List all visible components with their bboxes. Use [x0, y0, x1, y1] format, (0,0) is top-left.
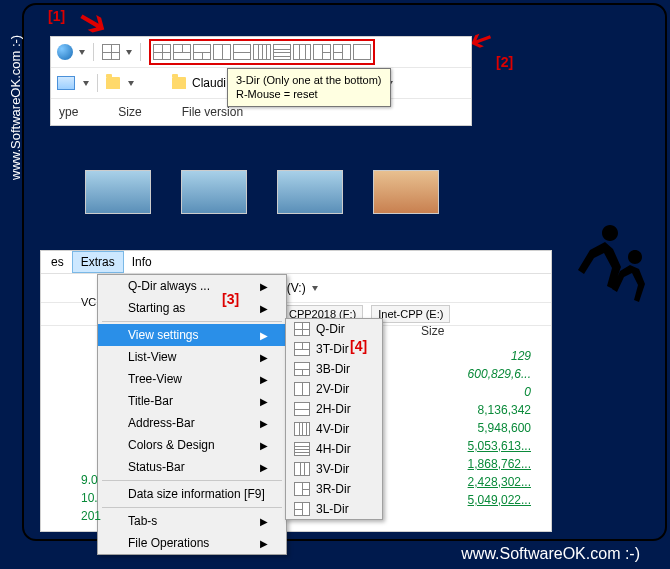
caret-icon[interactable] — [312, 286, 318, 291]
folder-icon — [106, 77, 120, 89]
thumbnail[interactable] — [277, 170, 343, 214]
caret-icon[interactable] — [83, 81, 89, 86]
layout-2v-icon[interactable] — [213, 44, 231, 60]
thumbnail[interactable] — [181, 170, 247, 214]
watermark-left: www.SoftwareOK.com :-) — [8, 35, 23, 180]
tooltip: 3-Dir (Only one at the bottom) R-Mouse =… — [227, 68, 391, 107]
layout-3b-icon[interactable] — [193, 44, 211, 60]
view-settings-submenu: Q-Dir 3T-Dir 3B-Dir 2V-Dir 2H-Dir 4V-Dir… — [285, 318, 383, 520]
submenu-2v[interactable]: 2V-Dir — [286, 379, 382, 399]
layout-1-icon[interactable] — [353, 44, 371, 60]
menu-separator — [102, 507, 282, 508]
drive-tab[interactable]: Inet-CPP (E:) — [371, 305, 450, 323]
value: 10. — [81, 489, 101, 507]
layout-qdir-icon[interactable] — [153, 44, 171, 60]
monitor-icon[interactable] — [57, 76, 75, 90]
submenu-4h[interactable]: 4H-Dir — [286, 439, 382, 459]
submenu-qdir[interactable]: Q-Dir — [286, 319, 382, 339]
extras-dropdown: Q-Dir always ...▶ Starting as▶ View sett… — [97, 274, 287, 555]
size-column: 129 600,829,6... 0 8,136,342 5,948,600 5… — [391, 347, 531, 509]
annotation-3: [3] — [222, 291, 239, 307]
submenu-3v[interactable]: 3V-Dir — [286, 459, 382, 479]
submenu-4v[interactable]: 4V-Dir — [286, 419, 382, 439]
size-value: 5,049,022... — [391, 491, 531, 509]
globe-icon[interactable] — [57, 44, 73, 60]
col-size[interactable]: Size — [118, 105, 141, 119]
submenu-3t[interactable]: 3T-Dir — [286, 339, 382, 359]
menu-extras[interactable]: Extras — [72, 251, 124, 273]
menu-qdir-always[interactable]: Q-Dir always ...▶ — [98, 275, 286, 297]
menu-title-bar[interactable]: Title-Bar▶ — [98, 390, 286, 412]
tooltip-line: 3-Dir (Only one at the bottom) — [236, 73, 382, 87]
annotation-2: [2] — [496, 54, 513, 70]
tooltip-line: R-Mouse = reset — [236, 87, 382, 101]
annotation-1: [1] — [48, 8, 65, 24]
layout-2h-icon[interactable] — [233, 44, 251, 60]
menu-starting-as[interactable]: Starting as▶ — [98, 297, 286, 319]
menu-file-operations[interactable]: File Operations▶ — [98, 532, 286, 554]
layout-4v-icon[interactable] — [253, 44, 271, 60]
caret-icon[interactable] — [128, 81, 134, 86]
climber-silhouette-icon — [550, 220, 660, 320]
menu-separator — [102, 321, 282, 322]
caret-icon[interactable] — [79, 50, 85, 55]
thumbnail[interactable] — [85, 170, 151, 214]
annotation-4: [4] — [350, 338, 367, 354]
menu-data-size[interactable]: Data size information [F9] — [98, 483, 286, 505]
separator — [93, 43, 94, 61]
menu-info[interactable]: Info — [124, 252, 160, 272]
menu-colors-design[interactable]: Colors & Design▶ — [98, 434, 286, 456]
menu-tabs[interactable]: Tab-s▶ — [98, 510, 286, 532]
watermark-bottom: www.SoftwareOK.com :-) — [461, 545, 640, 563]
size-value: 8,136,342 — [391, 401, 531, 419]
folder-icon — [172, 77, 186, 89]
submenu-3r[interactable]: 3R-Dir — [286, 479, 382, 499]
separator — [140, 43, 141, 61]
col-fileversion[interactable]: File version — [182, 105, 243, 119]
caret-icon[interactable] — [126, 50, 132, 55]
size-value: 0 — [391, 383, 531, 401]
menubar: es Extras Info — [41, 251, 551, 274]
size-value: 5,948,600 — [391, 419, 531, 437]
file-manager-window: es Extras Info VCPP (V:) VCP (G:) CPP201… — [40, 250, 552, 532]
separator — [97, 74, 98, 92]
menu-address-bar[interactable]: Address-Bar▶ — [98, 412, 286, 434]
size-value: 600,829,6... — [391, 365, 531, 383]
menu-status-bar[interactable]: Status-Bar▶ — [98, 456, 286, 478]
menu-item-partial[interactable]: es — [43, 252, 72, 272]
size-value: 2,428,302... — [391, 473, 531, 491]
layout-preset-icon[interactable] — [102, 44, 120, 60]
value: 9.0 — [81, 471, 101, 489]
col-type[interactable]: ype — [59, 105, 78, 119]
size-value: 1,868,762... — [391, 455, 531, 473]
menu-view-settings[interactable]: View settings▶ — [98, 324, 286, 346]
submenu-2h[interactable]: 2H-Dir — [286, 399, 382, 419]
layout-3r-icon[interactable] — [313, 44, 331, 60]
thumbnail-row — [85, 170, 439, 214]
toolbar-row-1 — [51, 37, 471, 67]
col-size-header[interactable]: Size — [421, 324, 444, 338]
layout-3t-icon[interactable] — [173, 44, 191, 60]
menu-separator — [102, 480, 282, 481]
value: 201 — [81, 507, 101, 525]
submenu-3b[interactable]: 3B-Dir — [286, 359, 382, 379]
size-value: 129 — [391, 347, 531, 365]
menu-list-view[interactable]: List-View▶ — [98, 346, 286, 368]
menu-tree-view[interactable]: Tree-View▶ — [98, 368, 286, 390]
size-value: 5,053,613... — [391, 437, 531, 455]
left-values: 9.0 10. 201 — [81, 471, 101, 525]
layout-4h-icon[interactable] — [273, 44, 291, 60]
submenu-3l[interactable]: 3L-Dir — [286, 499, 382, 519]
layout-icons-group — [149, 39, 375, 65]
thumbnail[interactable] — [373, 170, 439, 214]
layout-3v-icon[interactable] — [293, 44, 311, 60]
layout-3l-icon[interactable] — [333, 44, 351, 60]
